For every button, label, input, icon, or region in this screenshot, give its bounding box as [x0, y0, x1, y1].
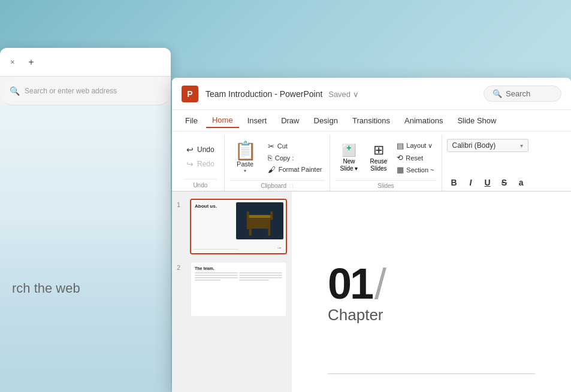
ppt-search-box[interactable]: 🔍 Search [484, 86, 561, 102]
slides-right-buttons: ▤ Layout ∨ ⟲ Reset ▦ Section ~ [394, 140, 436, 175]
strikethrough-button[interactable]: S [497, 175, 512, 190]
bold-button[interactable]: B [447, 175, 461, 190]
svg-rect-4 [247, 211, 249, 229]
reuse-slides-button[interactable]: ⊞ ReuseSlides [365, 141, 392, 175]
slide-2-thumb[interactable]: The team. [190, 262, 287, 317]
redo-label: Redo [197, 160, 214, 168]
browser-web-search-text: rch the web [12, 281, 80, 296]
reuse-slides-icon: ⊞ [373, 144, 384, 157]
undo-button[interactable]: ↩ Undo [184, 144, 217, 156]
svg-rect-5 [270, 211, 273, 220]
new-slide-label: NewSlide ▾ [340, 158, 358, 172]
ribbon-slides-group: ⬜ + NewSlide ▾ ⊞ ReuseSlides ▤ Layout ∨ … [330, 135, 442, 191]
paste-arrow: ▾ [244, 168, 246, 174]
slide-1-number: 1 [177, 199, 185, 208]
section-button[interactable]: ▦ Section ~ [394, 164, 436, 175]
slide-1-container: 1 About us. [177, 199, 287, 254]
ppt-menubar: File Home Insert Draw Design Transitions… [172, 110, 571, 132]
slide-2-col2 [239, 272, 282, 282]
undo-icon: ↩ [186, 145, 194, 154]
browser-address-bar[interactable]: 🔍 Search or enter web address [0, 77, 171, 105]
menu-animations[interactable]: Animations [398, 114, 449, 127]
slide-1-line [194, 249, 238, 250]
slides-content: ⬜ + NewSlide ▾ ⊞ ReuseSlides ▤ Layout ∨ … [335, 135, 436, 180]
plus-icon: + [28, 57, 34, 68]
browser-close-button[interactable]: × [7, 57, 18, 68]
slide-canvas-area: 01 / Chapter [292, 192, 571, 392]
slide-2-title: The team. [195, 266, 282, 271]
ppt-main: 1 About us. [172, 192, 571, 392]
slide-panel: 1 About us. [172, 192, 292, 392]
font-dropdown-icon: ▾ [520, 142, 523, 149]
menu-design[interactable]: Design [308, 114, 344, 127]
chapter-number: 01 [328, 262, 372, 305]
ribbon-clipboard-group: 📋 Paste ▾ ✂ Cut ⎘ Copy : 🖌 Format [225, 135, 331, 191]
clipboard-group-label: Clipboard ⬚ [229, 180, 325, 191]
close-icon: × [10, 58, 14, 66]
cut-label: Cut [277, 142, 288, 150]
redo-button[interactable]: ↪ Redo [184, 158, 217, 170]
format-painter-label: Format Painter [279, 166, 322, 173]
clipboard-expand-icon[interactable]: ⬚ [289, 183, 294, 189]
clipboard-content: 📋 Paste ▾ ✂ Cut ⎘ Copy : 🖌 Format [229, 135, 325, 180]
layout-button[interactable]: ▤ Layout ∨ [394, 140, 436, 151]
powerpoint-window: P Team Introduction - PowerPoint Saved ∨… [172, 78, 571, 392]
slide-1-image [236, 202, 283, 239]
format-painter-icon: 🖌 [268, 165, 276, 174]
slide-1-thumb[interactable]: About us. [190, 199, 287, 254]
cut-button[interactable]: ✂ Cut [265, 141, 325, 152]
undo-label: Undo [197, 145, 214, 154]
more-format-button[interactable]: a [514, 175, 528, 190]
font-format-row: B I U S a [447, 174, 528, 191]
browser-titlebar: × + [0, 48, 171, 77]
menu-draw[interactable]: Draw [275, 114, 305, 127]
address-bar-text: Search or enter web address [25, 87, 117, 95]
new-slide-icon: ⬜ + [342, 144, 357, 157]
italic-button[interactable]: I [464, 175, 478, 190]
menu-insert[interactable]: Insert [241, 114, 273, 127]
menu-slideshow[interactable]: Slide Show [451, 114, 502, 127]
chair-svg [236, 202, 283, 239]
ppt-search-icon: 🔍 [493, 89, 502, 98]
slide-2-col1 [195, 272, 238, 282]
reset-button[interactable]: ⟲ Reset [394, 152, 436, 163]
cut-icon: ✂ [268, 142, 274, 151]
menu-file[interactable]: File [179, 114, 204, 127]
font-selector[interactable]: Calibri (Body) ▾ [447, 139, 528, 152]
new-slide-button[interactable]: ⬜ + NewSlide ▾ [335, 141, 362, 175]
paste-icon: 📋 [234, 142, 256, 160]
new-tab-button[interactable]: + [24, 55, 38, 69]
ppt-title-text: Team Introduction - PowerPoint [206, 89, 322, 99]
chapter-label: Chapter [328, 306, 386, 324]
ppt-search-text: Search [506, 89, 530, 98]
copy-button[interactable]: ⎘ Copy : [265, 153, 325, 163]
chapter-number-display: 01 / [328, 259, 386, 308]
format-painter-button[interactable]: 🖌 Format Painter [265, 164, 325, 175]
redo-icon: ↪ [186, 159, 194, 169]
browser-window: × + 🔍 Search or enter web address rch th… [0, 48, 171, 392]
slide-1-arrow: → [276, 244, 282, 251]
clipboard-right-buttons: ✂ Cut ⎘ Copy : 🖌 Format Painter [265, 141, 325, 175]
slide-canvas: 01 / Chapter [292, 192, 571, 392]
ppt-saved-badge: Saved ∨ [328, 90, 358, 99]
slide-2-container: 2 The team. [177, 262, 287, 317]
menu-transitions[interactable]: Transitions [346, 114, 396, 127]
section-label: Section ~ [406, 166, 434, 174]
slide-2-lines [195, 272, 282, 282]
address-search-icon: 🔍 [10, 86, 20, 96]
menu-home[interactable]: Home [206, 113, 239, 128]
copy-icon: ⎘ [268, 154, 272, 162]
reset-label: Reset [406, 154, 423, 162]
ppt-title: Team Introduction - PowerPoint Saved ∨ [206, 89, 476, 99]
undo-group-label: Undo [184, 179, 217, 189]
svg-rect-2 [249, 229, 252, 236]
ribbon-undo-group: ↩ Undo ↪ Redo Undo [177, 135, 225, 191]
ribbon-font-group: Calibri (Body) ▾ B I U S a [442, 135, 533, 191]
svg-rect-0 [248, 215, 272, 218]
browser-content: rch the web [0, 105, 171, 392]
font-name: Calibri (Body) [452, 141, 496, 150]
underline-button[interactable]: U [481, 175, 495, 190]
paste-button[interactable]: 📋 Paste ▾ [229, 139, 261, 176]
section-icon: ▦ [397, 165, 404, 174]
svg-rect-1 [249, 218, 271, 229]
